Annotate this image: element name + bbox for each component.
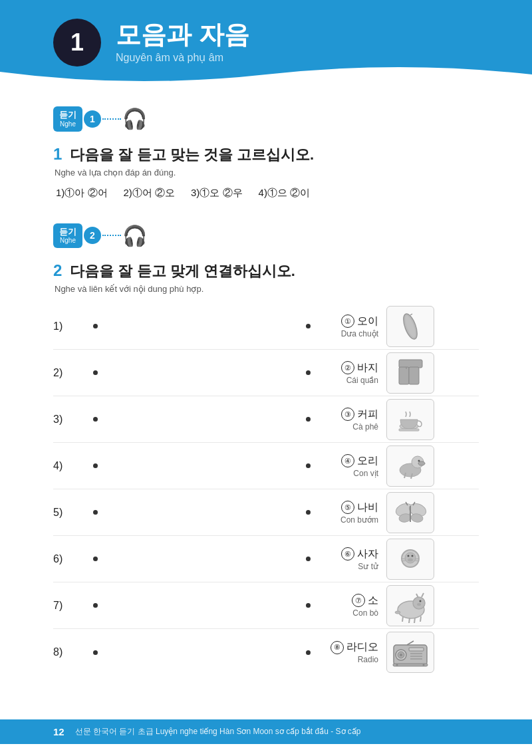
q2-subtitle: Nghe và liên kết với nội dung phù hợp. bbox=[55, 284, 479, 294]
bullet-3 bbox=[93, 417, 113, 422]
badge-num-1: 1 bbox=[84, 110, 101, 128]
lesson-number: 1 bbox=[53, 19, 101, 66]
img-butterfly bbox=[386, 492, 434, 533]
dots-connector-1 bbox=[102, 118, 121, 120]
svg-rect-4 bbox=[399, 367, 409, 384]
match-label-4: ④ 오리 Con vịt bbox=[319, 454, 378, 478]
match-left-8: 8) bbox=[53, 646, 93, 658]
match-label-1: ① 오이 Dưa chuột bbox=[319, 315, 378, 338]
q1-subtitle: Nghe và lựa chọn đáp án đúng. bbox=[55, 168, 479, 178]
img-coffee bbox=[386, 399, 434, 440]
match-right-3: ③ 커피 Cà phê bbox=[306, 399, 479, 440]
bullet-8 bbox=[93, 650, 113, 655]
match-label-2: ② 바지 Cái quần bbox=[319, 361, 378, 385]
badge-num-2: 2 bbox=[84, 227, 101, 244]
match-label-3: ③ 커피 Cà phê bbox=[319, 408, 378, 432]
svg-point-25 bbox=[411, 555, 413, 557]
bullet-6 bbox=[93, 557, 113, 561]
svg-line-38 bbox=[409, 618, 410, 623]
svg-point-11 bbox=[418, 461, 425, 465]
img-duck bbox=[386, 445, 434, 487]
main-content: 듣기 Nghe 1 🎧 1 다음을 잘 듣고 맞는 것을 고르십시오. Nghe… bbox=[0, 86, 532, 719]
match-row-8: 8) ⑧ 라디오 Radio bbox=[53, 629, 479, 676]
svg-point-23 bbox=[405, 553, 416, 563]
listening-badge-1: 듣기 Nghe 1 🎧 bbox=[53, 106, 479, 132]
svg-point-34 bbox=[417, 603, 421, 606]
match-row-2: 2) ② 바지 Cái quần bbox=[53, 350, 479, 396]
q1-title: 1 다음을 잘 듣고 맞는 것을 고르십시오. bbox=[53, 145, 479, 165]
q1-title-text: 다음을 잘 듣고 맞는 것을 고르십시오. bbox=[70, 145, 314, 165]
svg-line-50 bbox=[407, 641, 414, 645]
match-row-6: 6) ⑥ 사자 Sư tử bbox=[53, 536, 479, 582]
match-left-3: 3) bbox=[53, 414, 93, 426]
match-label-7: ⑦ 소 Con bò bbox=[319, 594, 378, 618]
bullet-7 bbox=[93, 603, 113, 608]
match-left-5: 5) bbox=[53, 507, 93, 519]
q1-answer-1: 1)①아 ②어 bbox=[56, 187, 108, 199]
match-right-8: ⑧ 라디오 Radio bbox=[306, 632, 479, 673]
svg-rect-46 bbox=[409, 648, 424, 651]
footer-text: 선문 한국어 듣기 초급 Luyện nghe tiếng Hàn Sơn Mo… bbox=[75, 726, 361, 737]
svg-point-53 bbox=[423, 664, 425, 666]
bullet-2 bbox=[93, 370, 113, 375]
match-right-6: ⑥ 사자 Sư tử bbox=[306, 539, 479, 580]
bullet-1 bbox=[93, 324, 113, 328]
match-right-4: ④ 오리 Con vịt bbox=[306, 445, 479, 487]
svg-point-41 bbox=[395, 611, 400, 614]
q2-title-text: 다음을 잘 듣고 맞게 연결하십시오. bbox=[70, 261, 295, 281]
bullet-5 bbox=[93, 510, 113, 515]
svg-line-40 bbox=[420, 616, 421, 622]
match-left-2: 2) bbox=[53, 367, 93, 379]
svg-rect-3 bbox=[399, 360, 422, 368]
match-left-6: 6) bbox=[53, 553, 93, 565]
img-cow bbox=[386, 585, 434, 626]
title-korean: 모음과 자음 bbox=[116, 21, 249, 49]
match-right-5: ⑤ 나비 Con bướm bbox=[306, 492, 479, 533]
headphone-icon-1: 🎧 bbox=[122, 107, 147, 130]
footer-page: 12 bbox=[53, 726, 65, 737]
match-left-7: 7) bbox=[53, 600, 93, 612]
lesson-title: 모음과 자음 Nguyên âm và phụ âm bbox=[116, 21, 249, 64]
svg-line-1 bbox=[410, 314, 412, 315]
match-row-7: 7) ⑦ 소 Con bò bbox=[53, 582, 479, 629]
title-viet: Nguyên âm và phụ âm bbox=[116, 51, 249, 64]
svg-line-39 bbox=[414, 618, 415, 623]
dots-connector-2 bbox=[102, 235, 121, 236]
match-row-5: 5) ⑤ 나비 Con bướm bbox=[53, 489, 479, 536]
match-label-5: ⑤ 나비 Con bướm bbox=[319, 501, 378, 525]
badge-box-1: 듣기 Nghe bbox=[53, 106, 82, 132]
svg-point-33 bbox=[420, 600, 422, 602]
match-label-6: ⑥ 사자 Sư tử bbox=[319, 547, 378, 571]
bullet-4 bbox=[93, 463, 113, 468]
section-2: 듣기 Nghe 2 🎧 2 다음을 잘 듣고 맞게 연결하십시오. Nghe v… bbox=[53, 223, 479, 676]
svg-line-37 bbox=[402, 616, 403, 622]
match-row-4: 4) ④ 오리 Con vịt bbox=[53, 443, 479, 489]
img-radio bbox=[386, 632, 434, 673]
match-left-1: 1) bbox=[53, 320, 93, 332]
svg-rect-51 bbox=[393, 664, 428, 666]
svg-point-24 bbox=[407, 555, 409, 557]
header: 1 모음과 자음 Nguyên âm và phụ âm bbox=[0, 0, 532, 86]
match-left-4: 4) bbox=[53, 460, 93, 472]
q1-answer-3: 3)①오 ②우 bbox=[191, 187, 243, 199]
svg-line-36 bbox=[422, 593, 424, 597]
q1-answer-4: 4)①으 ②이 bbox=[259, 187, 311, 199]
img-cucumber bbox=[386, 306, 434, 347]
match-grid: 1) ① 오이 Dưa chuột bbox=[53, 303, 479, 676]
q1-answer-2: 2)①어 ②오 bbox=[124, 187, 176, 199]
svg-point-26 bbox=[408, 559, 413, 562]
match-right-2: ② 바지 Cái quần bbox=[306, 352, 479, 394]
match-label-8: ⑧ 라디오 Radio bbox=[319, 640, 378, 664]
section-1: 듣기 Nghe 1 🎧 1 다음을 잘 듣고 맞는 것을 고르십시오. Nghe… bbox=[53, 106, 479, 199]
svg-point-52 bbox=[396, 664, 398, 666]
match-right-1: ① 오이 Dưa chuột bbox=[306, 306, 479, 347]
listening-badge-2: 듣기 Nghe 2 🎧 bbox=[53, 223, 479, 249]
headphone-icon-2: 🎧 bbox=[122, 224, 147, 247]
footer: 12 선문 한국어 듣기 초급 Luyện nghe tiếng Hàn Sơn… bbox=[0, 719, 532, 744]
svg-rect-8 bbox=[399, 429, 419, 431]
svg-point-12 bbox=[418, 460, 420, 462]
q1-answers: 1)①아 ②어 2)①어 ②오 3)①오 ②우 4)①으 ②이 bbox=[56, 187, 479, 199]
svg-point-45 bbox=[400, 654, 402, 656]
img-lion bbox=[386, 539, 434, 580]
match-row-3: 3) ③ 커피 Cà phê bbox=[53, 396, 479, 443]
